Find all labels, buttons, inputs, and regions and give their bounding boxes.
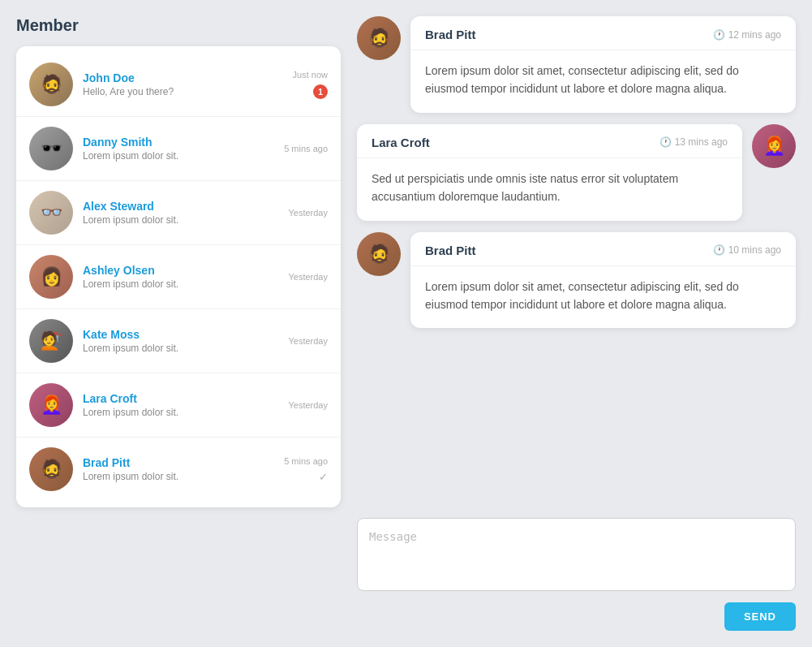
- member-item[interactable]: 👩‍🦰 Lara Croft Lorem ipsum dolor sit. Ye…: [16, 373, 341, 438]
- member-item[interactable]: 💇 Kate Moss Lorem ipsum dolor sit. Yeste…: [16, 309, 341, 373]
- avatar-face: 👩‍🦰: [29, 383, 73, 427]
- member-name: Ashley Olsen: [83, 264, 278, 277]
- avatar-face: 🕶️: [29, 127, 73, 170]
- member-preview: Lorem ipsum dolor sit.: [83, 407, 278, 418]
- member-item[interactable]: 👩 Ashley Olsen Lorem ipsum dolor sit. Ye…: [16, 245, 341, 309]
- member-time: Yesterday: [288, 400, 328, 410]
- avatar: 💇: [29, 319, 73, 363]
- member-item[interactable]: 👓 Alex Steward Lorem ipsum dolor sit. Ye…: [16, 181, 341, 245]
- message-time: 🕐 13 mins ago: [659, 136, 728, 148]
- message-header: Brad Pitt 🕐 10 mins ago: [410, 232, 796, 266]
- clock-icon: 🕐: [713, 29, 725, 41]
- member-preview: Lorem ipsum dolor sit.: [83, 278, 278, 290]
- avatar-face: 🧔: [29, 63, 73, 106]
- message-row: 🧔 Brad Pitt 🕐 12 mins ago Lorem ipsum do…: [357, 16, 796, 113]
- avatar: 🧔: [357, 232, 401, 276]
- message-time: 🕐 10 mins ago: [713, 244, 781, 256]
- message-bubble: Brad Pitt 🕐 10 mins ago Lorem ipsum dolo…: [410, 232, 796, 329]
- message-body: Lorem ipsum dolor sit amet, consectetur …: [410, 266, 796, 329]
- unread-badge: 1: [313, 84, 328, 99]
- left-panel: Member 🧔 John Doe Hello, Are you there? …: [16, 16, 341, 631]
- member-name: Kate Moss: [83, 328, 278, 341]
- avatar-face: 👩: [29, 255, 73, 299]
- avatar: 🧔: [357, 16, 401, 60]
- member-item[interactable]: 🧔 Brad Pitt Lorem ipsum dolor sit. 5 min…: [16, 438, 341, 501]
- avatar: 🧔: [29, 63, 73, 106]
- member-list: 🧔 John Doe Hello, Are you there? Just no…: [16, 46, 341, 507]
- member-time: 5 mins ago: [284, 456, 328, 466]
- member-preview: Hello, Are you there?: [83, 86, 283, 97]
- message-sender: Brad Pitt: [425, 244, 476, 257]
- avatar-face: 💇: [29, 319, 73, 363]
- member-name: Alex Steward: [83, 200, 278, 213]
- message-time: 🕐 12 mins ago: [713, 29, 781, 41]
- member-meta: 5 mins ago: [284, 144, 328, 153]
- member-name: Brad Pitt: [83, 456, 274, 469]
- member-meta: 5 mins ago✓: [284, 456, 328, 483]
- member-info: Ashley Olsen Lorem ipsum dolor sit.: [83, 264, 278, 290]
- member-meta: Yesterday: [288, 208, 328, 218]
- member-meta: Just now1: [293, 70, 328, 99]
- member-info: Kate Moss Lorem ipsum dolor sit.: [83, 328, 278, 354]
- member-item[interactable]: 🕶️ Danny Smith Lorem ipsum dolor sit. 5 …: [16, 117, 341, 181]
- member-time: Yesterday: [288, 208, 328, 218]
- avatar: 🧔: [29, 447, 73, 491]
- member-name: Lara Croft: [83, 392, 278, 405]
- message-sender: Lara Croft: [372, 136, 430, 149]
- message-header: Lara Croft 🕐 13 mins ago: [357, 124, 742, 158]
- send-button[interactable]: SEND: [724, 602, 796, 631]
- message-body: Lorem ipsum dolor sit amet, consectetur …: [410, 50, 796, 113]
- member-info: Danny Smith Lorem ipsum dolor sit.: [83, 136, 274, 162]
- member-time: 5 mins ago: [284, 144, 328, 153]
- right-panel: 🧔 Brad Pitt 🕐 12 mins ago Lorem ipsum do…: [357, 16, 796, 631]
- message-bubble: Lara Croft 🕐 13 mins ago Sed ut perspici…: [357, 124, 742, 221]
- message-row: 👩‍🦰 Lara Croft 🕐 13 mins ago Sed ut pers…: [357, 124, 796, 221]
- member-item[interactable]: 🧔 John Doe Hello, Are you there? Just no…: [16, 53, 341, 117]
- member-info: Lara Croft Lorem ipsum dolor sit.: [83, 392, 278, 418]
- member-preview: Lorem ipsum dolor sit.: [83, 150, 274, 162]
- member-time: Yesterday: [288, 272, 328, 282]
- avatar: 👩: [29, 255, 73, 299]
- member-meta: Yesterday: [288, 400, 328, 410]
- member-meta: Yesterday: [288, 336, 328, 346]
- panel-title: Member: [16, 16, 341, 35]
- member-info: John Doe Hello, Are you there?: [83, 71, 283, 97]
- clock-icon: 🕐: [659, 136, 672, 148]
- member-preview: Lorem ipsum dolor sit.: [83, 471, 274, 482]
- avatar: 🕶️: [29, 127, 73, 170]
- member-preview: Lorem ipsum dolor sit.: [83, 343, 278, 354]
- member-time: Just now: [293, 70, 328, 80]
- avatar-face: 👩‍🦰: [752, 124, 796, 168]
- message-bubble: Brad Pitt 🕐 12 mins ago Lorem ipsum dolo…: [410, 16, 796, 113]
- avatar-face: 👓: [29, 191, 73, 235]
- avatar-face: 🧔: [357, 232, 401, 276]
- member-time: Yesterday: [288, 336, 328, 346]
- avatar: 👓: [29, 191, 73, 235]
- message-row: 🧔 Brad Pitt 🕐 10 mins ago Lorem ipsum do…: [357, 232, 796, 329]
- avatar: 👩‍🦰: [29, 383, 73, 427]
- avatar: 👩‍🦰: [752, 124, 796, 168]
- message-input[interactable]: [357, 518, 796, 591]
- avatar-face: 🧔: [29, 447, 73, 491]
- member-info: Alex Steward Lorem ipsum dolor sit.: [83, 200, 278, 226]
- member-name: John Doe: [83, 71, 283, 84]
- member-preview: Lorem ipsum dolor sit.: [83, 214, 278, 226]
- avatar-face: 🧔: [357, 16, 401, 60]
- clock-icon: 🕐: [713, 244, 725, 256]
- member-name: Danny Smith: [83, 136, 274, 149]
- member-meta: Yesterday: [288, 272, 328, 282]
- message-header: Brad Pitt 🕐 12 mins ago: [410, 16, 796, 50]
- input-area: SEND: [357, 518, 796, 631]
- message-body: Sed ut perspiciatis unde omnis iste natu…: [357, 158, 742, 221]
- check-icon: ✓: [319, 471, 328, 483]
- message-sender: Brad Pitt: [425, 28, 476, 41]
- member-info: Brad Pitt Lorem ipsum dolor sit.: [83, 456, 274, 482]
